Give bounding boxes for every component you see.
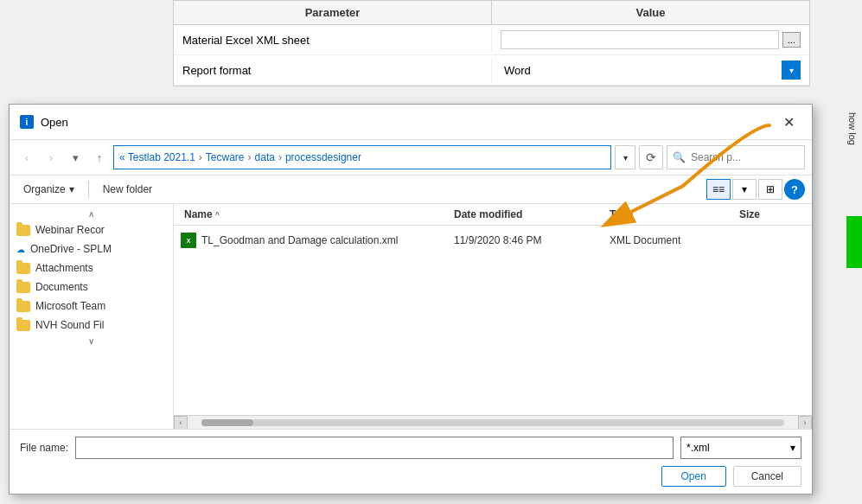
address-bar: ‹ › ▾ ↑ « Testlab 2021.1 › Tecware › dat… — [10, 140, 812, 175]
sidebar-item-documents[interactable]: Documents — [10, 278, 173, 297]
col-header-date[interactable]: Date modified — [450, 204, 606, 225]
search-icon: 🔍 — [667, 151, 691, 163]
folder-icon-documents — [16, 282, 30, 293]
toolbar-separator — [88, 181, 89, 198]
ellipsis-button[interactable]: ... — [782, 32, 801, 48]
sidebar-item-microsoft-teams[interactable]: Microsoft Team — [10, 297, 173, 316]
up-icon: ↑ — [97, 151, 103, 164]
filename-input[interactable] — [75, 437, 674, 459]
toolbar-row: Organize ▾ New folder ≡≡ ▾ ⊞ ? — [10, 175, 812, 204]
param-table: Parameter Value Material Excel XML sheet… — [173, 0, 810, 86]
chevron-small-icon: ▾ — [73, 151, 79, 164]
dropdown-chevron-icon: ▾ — [789, 66, 794, 75]
open-button[interactable]: Open — [661, 466, 726, 487]
scroll-up-indicator: ∧ — [10, 207, 173, 220]
preview-pane-button[interactable]: ⊞ — [758, 179, 782, 200]
file-list-area: Name ^ Date modified Type Size X TL_Go — [174, 204, 812, 429]
col-header-size[interactable]: Size — [736, 204, 805, 225]
recent-locations-button[interactable]: ▾ — [65, 147, 86, 168]
param-cell-format-value: Word ▾ — [492, 55, 809, 85]
col-date-label: Date modified — [454, 208, 522, 220]
param-cell-material-label: Material Excel XML sheet — [174, 29, 492, 52]
up-button[interactable]: ↑ — [89, 147, 110, 168]
back-button[interactable]: ‹ — [16, 147, 37, 168]
param-table-header: Parameter Value — [174, 1, 809, 25]
scroll-left-icon: ‹ — [180, 418, 182, 427]
folder-icon-nvh — [16, 320, 30, 331]
scroll-right-icon: › — [804, 418, 807, 427]
sidebar-label-webinar: Webinar Recor — [35, 224, 166, 236]
view-details-button[interactable]: ≡≡ — [706, 179, 731, 200]
search-input[interactable] — [691, 151, 804, 163]
refresh-button[interactable]: ⟳ — [639, 145, 663, 169]
refresh-icon: ⟳ — [646, 150, 656, 164]
left-sidebar: ∧ Webinar Recor ☁ OneDrive - SPLM Attach… — [10, 204, 174, 429]
sidebar-label-teams: Microsoft Team — [35, 300, 166, 312]
scroll-left-arrow[interactable]: ‹ — [174, 416, 188, 430]
sidebar-item-nvh[interactable]: NVH Sound Fil — [10, 316, 173, 335]
file-name-text: TL_Goodman and Damage calculation.xml — [201, 234, 398, 246]
horizontal-scrollbar[interactable]: ‹ › — [174, 415, 812, 429]
file-date-cell: 11/9/2020 8:46 PM — [450, 234, 606, 246]
organize-label: Organize — [23, 183, 66, 195]
back-icon: ‹ — [25, 151, 29, 164]
file-list-header: Name ^ Date modified Type Size — [174, 204, 812, 226]
xml-file-icon: X — [181, 233, 196, 248]
forward-icon: › — [49, 151, 53, 164]
breadcrumb-sep-1: › — [199, 151, 202, 163]
organize-chevron-icon: ▾ — [69, 183, 74, 195]
value-column-header: Value — [492, 1, 809, 24]
sidebar-item-attachments[interactable]: Attachments — [10, 258, 173, 278]
cancel-button[interactable]: Cancel — [733, 466, 801, 487]
view-icons-group: ≡≡ ▾ ⊞ ? — [706, 179, 805, 200]
breadcrumb-testlab[interactable]: « Testlab 2021.1 — [119, 151, 195, 163]
view-dropdown-icon: ▾ — [742, 183, 747, 195]
breadcrumb-data[interactable]: data — [255, 151, 275, 163]
material-xml-input[interactable] — [501, 30, 779, 49]
col-name-label: Name — [184, 208, 213, 220]
scroll-down-indicator: ∨ — [10, 335, 173, 348]
new-folder-button[interactable]: New folder — [96, 181, 159, 198]
dialog-icon-letter: i — [26, 118, 29, 127]
format-dropdown-arrow[interactable]: ▾ — [782, 61, 801, 80]
param-row-format: Report format Word ▾ — [174, 55, 809, 86]
sort-arrow-icon: ^ — [215, 210, 220, 219]
view-details-icon: ≡≡ — [712, 183, 725, 195]
filetype-dropdown[interactable]: *.xml ▾ — [680, 437, 801, 459]
scroll-thumb[interactable] — [201, 419, 253, 426]
sidebar-label-nvh: NVH Sound Fil — [35, 319, 166, 331]
folder-icon-teams — [16, 301, 30, 312]
organize-button[interactable]: Organize ▾ — [16, 181, 81, 198]
folder-icon-webinar — [16, 225, 30, 236]
scroll-down-icon: ∨ — [88, 336, 94, 346]
forward-button[interactable]: › — [41, 147, 61, 168]
cloud-icon-onedrive: ☁ — [16, 245, 25, 254]
help-button[interactable]: ? — [784, 179, 805, 200]
col-header-name[interactable]: Name ^ — [181, 204, 450, 225]
breadcrumb-bar[interactable]: « Testlab 2021.1 › Tecware › data › proc… — [113, 145, 611, 169]
search-bar[interactable]: 🔍 — [667, 145, 805, 169]
dialog-bottom: File name: *.xml ▾ Open Cancel — [10, 429, 812, 494]
address-dropdown-button[interactable]: ▾ — [615, 145, 635, 169]
breadcrumb-sep-3: › — [278, 151, 282, 163]
dialog-content: ∧ Webinar Recor ☁ OneDrive - SPLM Attach… — [10, 204, 812, 429]
scroll-right-arrow[interactable]: › — [798, 416, 812, 430]
breadcrumb-processdesigner[interactable]: processdesigner — [285, 151, 361, 163]
file-item-tl-goodman[interactable]: X TL_Goodman and Damage calculation.xml … — [174, 229, 812, 252]
param-column-header: Parameter — [174, 1, 492, 24]
dialog-app-icon: i — [20, 115, 34, 129]
sidebar-item-onedrive[interactable]: ☁ OneDrive - SPLM — [10, 239, 173, 258]
dialog-title: Open — [41, 116, 776, 129]
breadcrumb-tecware[interactable]: Tecware — [206, 151, 245, 163]
dialog-close-button[interactable]: ✕ — [776, 112, 801, 132]
view-dropdown-button[interactable]: ▾ — [732, 179, 757, 200]
preview-icon: ⊞ — [766, 183, 775, 195]
sidebar-item-webinar[interactable]: Webinar Recor — [10, 220, 173, 239]
file-type-cell: XML Document — [606, 234, 736, 246]
param-cell-format-label: Report format — [174, 59, 492, 82]
sidebar-label-documents: Documents — [35, 281, 166, 293]
col-header-type[interactable]: Type — [606, 204, 736, 225]
scroll-track[interactable] — [201, 419, 784, 426]
filename-label: File name: — [20, 442, 68, 454]
new-folder-label: New folder — [103, 183, 152, 195]
